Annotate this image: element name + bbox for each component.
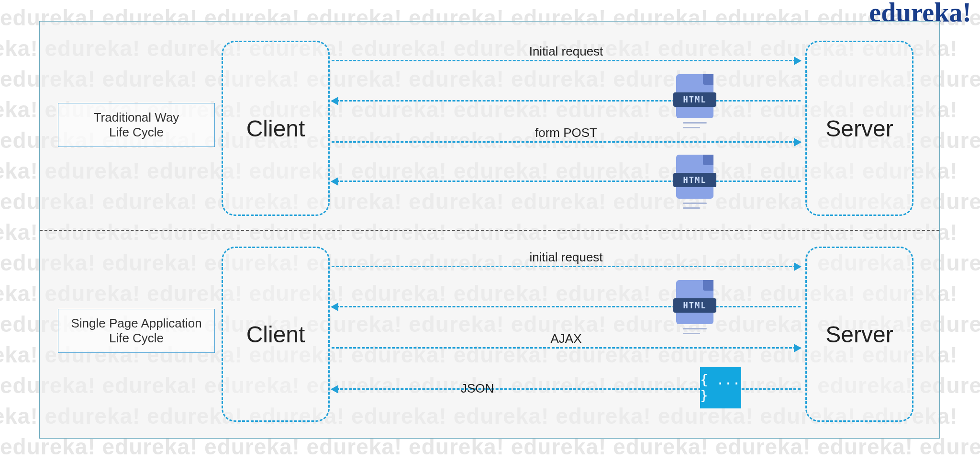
html-badge: HTML — [673, 173, 716, 187]
arrow-label: initial request — [332, 250, 801, 265]
title-spa: Single Page Application Life Cycle — [58, 309, 215, 353]
client-box-bottom: Client — [222, 247, 330, 422]
html-badge: HTML — [673, 92, 716, 107]
json-label: JSON — [461, 381, 494, 396]
server-label: Server — [825, 115, 893, 142]
diagram-frame: Traditional Way Life Cycle Client Server… — [39, 21, 940, 439]
html-file-icon: HTML — [676, 74, 713, 118]
server-box-bottom: Server — [805, 247, 913, 422]
client-label: Client — [246, 321, 305, 348]
json-icon: { ... } — [700, 367, 741, 408]
arrow-html-response-top-2 — [332, 181, 801, 182]
client-label: Client — [246, 115, 305, 142]
title-line: Traditional Way — [62, 110, 211, 125]
title-line: Single Page Application — [62, 316, 211, 331]
client-box-top: Client — [222, 41, 330, 216]
title-traditional: Traditional Way Life Cycle — [58, 103, 215, 147]
html-file-icon: HTML — [676, 280, 713, 324]
json-icon-text: { ... } — [700, 372, 741, 404]
title-line: Life Cycle — [62, 331, 211, 346]
section-divider — [40, 230, 939, 231]
title-line: Life Cycle — [62, 125, 211, 140]
arrow-initial-request-bottom: initial request — [332, 266, 801, 267]
arrow-initial-request-top: Initial request — [332, 60, 801, 61]
arrow-html-response-top-1 — [332, 100, 801, 102]
arrow-label: AJAX — [332, 331, 801, 346]
arrow-label: Initial request — [332, 44, 801, 59]
arrow-html-response-bottom — [332, 306, 801, 307]
server-box-top: Server — [805, 41, 913, 216]
server-label: Server — [825, 321, 893, 348]
arrow-label: form POST — [332, 125, 801, 140]
arrow-form-post: form POST — [332, 141, 801, 143]
arrow-ajax: AJAX — [332, 347, 801, 349]
html-file-icon: HTML — [676, 155, 713, 199]
html-badge: HTML — [673, 298, 716, 313]
